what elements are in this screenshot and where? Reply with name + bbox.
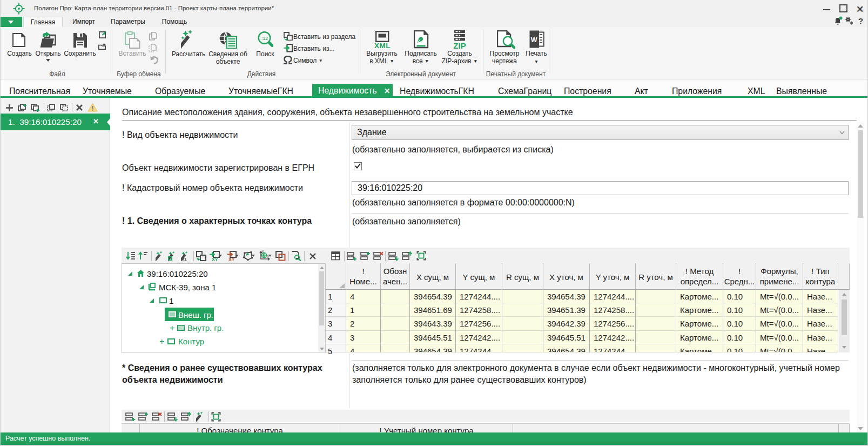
svg-text:XY: XY [212, 257, 218, 262]
svg-text:м1: м1 [181, 257, 187, 261]
svg-text::12: :12 [261, 36, 268, 41]
svg-text:XY: XY [228, 257, 235, 262]
svg-text:W: W [531, 36, 537, 44]
